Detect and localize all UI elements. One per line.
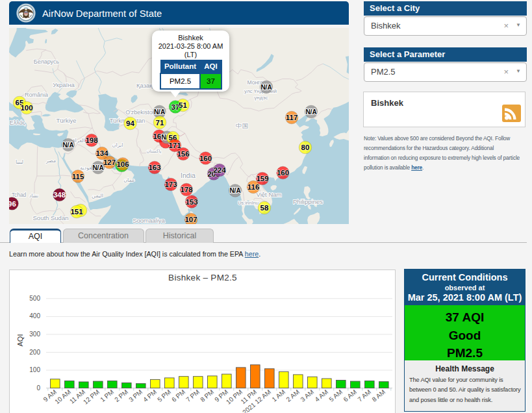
svg-text:115: 115 — [72, 173, 84, 181]
svg-text:N/A: N/A — [229, 187, 240, 194]
svg-text:7 PM: 7 PM — [184, 388, 201, 403]
svg-text:3 AM: 3 AM — [299, 388, 316, 403]
svg-text:7 AM: 7 AM — [357, 388, 373, 403]
svg-text:Bishkek – PM2.5: Bishkek – PM2.5 — [168, 273, 237, 282]
svg-text:163: 163 — [148, 164, 160, 171]
svg-text:151: 151 — [70, 208, 83, 216]
svg-text:127: 127 — [103, 158, 116, 166]
svg-text:12 PM: 12 PM — [82, 388, 101, 406]
svg-text:96: 96 — [9, 200, 16, 208]
svg-text:6 AM: 6 AM — [342, 388, 359, 403]
svg-text:116: 116 — [247, 183, 260, 191]
svg-text:N/A: N/A — [305, 108, 316, 116]
svg-text:N/A: N/A — [260, 84, 272, 91]
svg-text:4 AM: 4 AM — [314, 388, 330, 403]
svg-text:2 AM: 2 AM — [285, 388, 301, 403]
svg-text:N/A: N/A — [92, 164, 103, 171]
svg-text:178: 178 — [180, 186, 193, 194]
svg-text:200: 200 — [29, 349, 40, 356]
svg-text:1 AM: 1 AM — [271, 388, 287, 403]
svg-text:160: 160 — [277, 169, 289, 177]
svg-text:171: 171 — [168, 142, 181, 149]
svg-text:156: 156 — [177, 150, 189, 158]
svg-text:10 AM: 10 AM — [53, 388, 72, 406]
svg-text:159: 159 — [256, 175, 268, 182]
svg-text:106: 106 — [116, 160, 129, 168]
svg-text:100: 100 — [29, 366, 40, 373]
svg-text:173: 173 — [164, 181, 177, 188]
svg-text:AQI: AQI — [16, 334, 24, 347]
svg-text:2 PM: 2 PM — [113, 388, 129, 403]
svg-text:1 PM: 1 PM — [99, 388, 115, 403]
svg-text:5 AM: 5 AM — [328, 388, 344, 403]
svg-text:300: 300 — [29, 331, 40, 338]
svg-text:4 PM: 4 PM — [142, 388, 158, 403]
svg-text:N/A: N/A — [62, 142, 73, 149]
svg-text:107: 107 — [184, 216, 197, 223]
svg-text:500: 500 — [29, 295, 40, 302]
svg-text:224: 224 — [213, 166, 226, 174]
svg-text:51: 51 — [179, 101, 187, 109]
svg-text:N/A: N/A — [154, 108, 165, 116]
svg-text:400: 400 — [29, 312, 40, 319]
svg-text:100: 100 — [20, 104, 32, 112]
svg-text:80: 80 — [301, 144, 310, 151]
svg-text:71: 71 — [156, 119, 164, 127]
svg-text:10 PM: 10 PM — [225, 388, 244, 406]
svg-text:58: 58 — [260, 204, 269, 212]
svg-text:134: 134 — [95, 149, 108, 157]
svg-text:6 PM: 6 PM — [170, 388, 186, 403]
svg-text:348: 348 — [53, 191, 66, 199]
svg-text:0: 0 — [36, 384, 40, 392]
svg-text:198: 198 — [85, 136, 98, 144]
svg-text:153: 153 — [185, 198, 197, 206]
svg-text:8 AM: 8 AM — [371, 388, 387, 403]
svg-text:94: 94 — [126, 119, 134, 127]
svg-text:8 PM: 8 PM — [199, 388, 215, 403]
svg-text:5 PM: 5 PM — [156, 388, 172, 403]
svg-text:3 PM: 3 PM — [127, 388, 144, 403]
svg-text:160: 160 — [199, 155, 212, 162]
svg-text:117: 117 — [286, 114, 298, 121]
